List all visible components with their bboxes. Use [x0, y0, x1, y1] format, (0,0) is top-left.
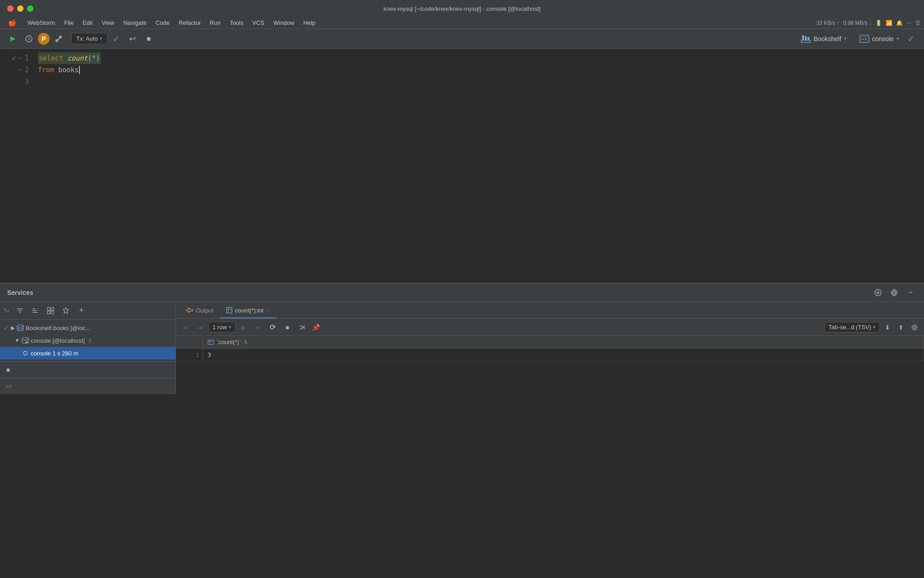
code-empty-line [38, 76, 42, 88]
minimize-button[interactable] [17, 5, 23, 12]
add-tree-button[interactable]: + [75, 304, 88, 317]
toolbar-right: Bookshelf ▾ console ▾ ✓ [796, 33, 919, 45]
menu-vcs[interactable]: VCS [248, 19, 269, 27]
menu-navigate[interactable]: Navigate [119, 19, 151, 27]
menu-file[interactable]: File [60, 19, 78, 27]
add-circle-icon [874, 289, 882, 297]
tree-label-bookshelf: Bookshelf.books [@loc... [26, 325, 90, 331]
grid-col-count-star[interactable]: `count(*)` ⇅ [203, 336, 924, 348]
count-int-tab-close[interactable]: ✕ [266, 308, 270, 313]
menu-run[interactable]: Run [205, 19, 225, 27]
bookshelf-icon [801, 35, 811, 43]
editor-area: ✓ ⌐ 1 ⌐ 2 3 select count(*) from books [0, 49, 924, 284]
group-icon [47, 307, 54, 314]
download-button[interactable]: ⬇ [882, 322, 893, 333]
stop-service-button[interactable]: ■ [4, 365, 13, 374]
undo-button[interactable]: ↩ [125, 32, 140, 46]
tree-item-bookshelf-books[interactable]: ✓ ▶ Bookshelf.books [@loc... [0, 322, 176, 334]
svg-point-25 [17, 325, 23, 327]
pin-button[interactable] [60, 304, 72, 317]
maximize-button[interactable] [27, 5, 33, 12]
data-toolbar: ⏮ ◀ 1 row ▾ ▶ ⏭ ⟳ ■ 📌 [176, 319, 924, 336]
filter-button[interactable] [14, 304, 26, 317]
add-service-button[interactable] [872, 286, 884, 299]
services-expand-bar: >> [0, 378, 176, 394]
grid-data-row-1[interactable]: 1 3 [176, 349, 924, 361]
services-header: Services − [0, 284, 924, 302]
svg-point-33 [914, 326, 916, 328]
fold-icon-2[interactable]: ⌐ [19, 64, 22, 76]
last-row-button[interactable]: ⏭ [253, 322, 264, 333]
expand-button[interactable]: >> [5, 383, 12, 390]
line-number-1: 1 [25, 52, 29, 64]
svg-rect-23 [47, 311, 50, 314]
services-minimize-button[interactable]: − [904, 286, 917, 299]
jump-icon [298, 324, 305, 331]
upload-button[interactable]: ⬆ [895, 322, 907, 333]
run-button[interactable] [5, 32, 20, 46]
tree-arrow-bookshelf[interactable]: ▶ [11, 325, 15, 331]
tree-item-console-session[interactable]: console 1 s 280 m [0, 347, 176, 359]
tsv-dropdown[interactable]: Tab-se...d (TSV) ▾ [824, 322, 880, 332]
db-icon [17, 325, 24, 331]
col-sort-icon[interactable]: ⇅ [244, 339, 248, 345]
stop-button[interactable]: ■ [142, 32, 156, 46]
output-tabs: Output count(*):int ✕ [176, 302, 924, 319]
menu-help[interactable]: Help [299, 19, 320, 27]
console-button[interactable]: console ▾ [855, 33, 904, 45]
tree-label-session: console 1 s 280 m [31, 350, 79, 357]
editor-check-icon: ✓ [907, 33, 915, 44]
menu-view[interactable]: View [97, 19, 119, 27]
group-button[interactable] [44, 304, 57, 317]
fold-icon-1[interactable]: ⌐ [19, 52, 22, 64]
grid-cell-count-1[interactable]: 3 [203, 349, 924, 361]
menu-code[interactable]: Code [151, 19, 174, 27]
line-num-2: ⌐ 2 [0, 64, 31, 76]
services-header-actions: − [872, 286, 917, 299]
menu-tools[interactable]: Tools [225, 19, 248, 27]
bookshelf-button[interactable]: Bookshelf ▾ [796, 33, 851, 45]
menu-refactor[interactable]: Refactor [174, 19, 205, 27]
grid-row-num-header [176, 336, 203, 348]
tx-dropdown[interactable]: Tx: Auto ▾ [71, 33, 107, 44]
commit-check-button[interactable]: ✓ [109, 32, 124, 46]
services-settings-button[interactable] [888, 286, 901, 299]
services-right-panel: Output count(*):int ✕ ⏮ ◀ 1 row [176, 302, 924, 394]
menu-edit[interactable]: Edit [78, 19, 97, 27]
settings-wrench-button[interactable] [51, 32, 66, 46]
rows-dropdown[interactable]: 1 row ▾ [208, 322, 236, 332]
bookshelf-label: Bookshelf [813, 35, 841, 42]
code-books: books [58, 66, 79, 74]
sort-button[interactable] [29, 304, 42, 317]
session-icon [22, 350, 29, 356]
console-label: console [872, 35, 894, 42]
first-row-button[interactable]: ⏮ [180, 322, 191, 333]
line-num-3: 3 [0, 76, 31, 88]
apple-menu[interactable]: 🍎 [4, 18, 21, 28]
svg-marker-28 [186, 308, 193, 312]
tx-dropdown-arrow: ▾ [100, 36, 102, 42]
editor-content[interactable]: select count(*) from books [36, 49, 924, 283]
tree-arrow-console[interactable]: ▼ [14, 337, 20, 344]
commit-button[interactable]: P [38, 33, 50, 45]
wrench-icon [55, 35, 63, 43]
history-button[interactable] [22, 32, 36, 46]
svg-rect-29 [226, 308, 232, 313]
pin-data-button[interactable]: 📌 [310, 322, 322, 333]
grid-header: `count(*)` ⇅ [176, 336, 924, 349]
stop-data-button[interactable]: ■ [282, 322, 293, 333]
output-tab[interactable]: Output [180, 303, 220, 318]
menu-webstorm[interactable]: WebStorm [23, 19, 60, 27]
next-row-button[interactable]: ▶ [238, 322, 250, 333]
menu-window[interactable]: Window [269, 19, 299, 27]
refresh-button[interactable]: ⟳ [267, 322, 279, 333]
data-settings-button[interactable] [909, 322, 920, 333]
services-body: Tx [0, 302, 924, 394]
close-button[interactable] [7, 5, 14, 12]
tree-item-console[interactable]: ▼ console [@localhost] 3 [0, 334, 176, 347]
prev-row-button[interactable]: ◀ [194, 322, 206, 333]
jump-to-row-button[interactable] [296, 322, 308, 333]
apps-icon: ⋯ [906, 20, 912, 26]
count-int-tab[interactable]: count(*):int ✕ [220, 303, 277, 318]
svg-rect-4 [801, 40, 810, 42]
